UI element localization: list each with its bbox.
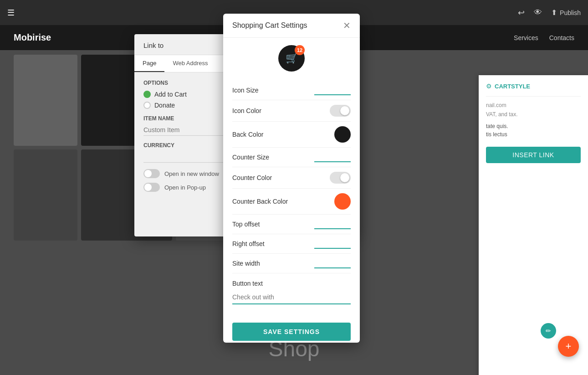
cart-dialog-body: 🛒 12 Icon Size 30 Icon Color Back Color …	[223, 38, 360, 313]
site-width-label: Site width	[232, 260, 260, 267]
back-color-swatch[interactable]	[334, 126, 351, 143]
open-popup-label: Open in Pop-up	[164, 184, 206, 191]
back-color-label: Back Color	[232, 131, 263, 138]
add-to-cart-label: Add to Cart	[154, 91, 187, 98]
radio-dot-donate	[143, 102, 151, 109]
cart-icon: 🛒	[286, 52, 298, 64]
cart-badge: 12	[295, 45, 305, 55]
counter-size-row: Counter Size 12	[232, 148, 351, 167]
hamburger-icon[interactable]: ☰	[7, 8, 15, 18]
counter-back-color-label: Counter Back Color	[232, 198, 288, 205]
right-offset-label: Right offset	[232, 240, 265, 247]
icon-size-label: Icon Size	[232, 87, 259, 94]
counter-back-color-swatch[interactable]	[334, 193, 351, 210]
counter-size-input[interactable]: 12	[314, 152, 351, 162]
eye-icon[interactable]: 👁	[534, 8, 542, 17]
vat-text: VAT, and tax.	[486, 111, 581, 118]
cart-settings-dialog: Shopping Cart Settings ✕ 🛒 12 Icon Size …	[223, 14, 360, 343]
top-offset-label: Top offset	[232, 221, 260, 228]
button-text-section: Button text	[232, 280, 351, 304]
cart-icon-wrapper: 🛒 12	[278, 45, 305, 72]
top-offset-row: Top offset 120	[232, 215, 351, 234]
site-width-input[interactable]: 1150	[314, 258, 351, 268]
open-popup-toggle[interactable]	[143, 183, 160, 192]
icon-color-row: Icon Color	[232, 100, 351, 122]
site-width-row: Site width 1150	[232, 254, 351, 273]
fab-plus-icon: +	[566, 340, 572, 352]
upload-icon: ⬆	[551, 8, 557, 17]
open-new-window-label: Open in new window	[164, 170, 219, 177]
back-color-row: Back Color	[232, 122, 351, 148]
open-new-window-toggle[interactable]	[143, 169, 160, 178]
publish-button[interactable]: ⬆ Publish	[551, 8, 581, 17]
counter-size-label: Counter Size	[232, 154, 269, 161]
counter-back-color-row: Counter Back Color	[232, 189, 351, 215]
undo-icon[interactable]: ↩	[518, 8, 525, 18]
cart-dialog-close-button[interactable]: ✕	[343, 21, 351, 30]
cart-dialog-header: Shopping Cart Settings ✕	[223, 14, 360, 38]
top-bar-left: ☰	[7, 8, 15, 18]
fab-add-button[interactable]: +	[558, 336, 579, 357]
text2: tis lectus	[486, 131, 581, 138]
button-text-label: Button text	[232, 280, 351, 287]
icon-color-label: Icon Color	[232, 107, 261, 114]
button-text-input[interactable]	[232, 291, 351, 304]
top-bar-right: ↩ 👁 ⬆ Publish	[518, 8, 581, 18]
site-logo: Mobirise	[14, 32, 51, 43]
nav-services: Services	[514, 34, 538, 41]
icon-size-row: Icon Size 30	[232, 81, 351, 100]
counter-color-label: Counter Color	[232, 174, 272, 181]
radio-dot-add-to-cart	[143, 91, 151, 98]
right-offset-input[interactable]: 20	[314, 239, 351, 249]
right-panel: ⚙ CARTSTYLE nail.com VAT, and tax. tate …	[479, 75, 588, 375]
right-offset-row: Right offset 20	[232, 234, 351, 254]
top-offset-input[interactable]: 120	[314, 219, 351, 229]
icon-color-toggle[interactable]	[330, 105, 351, 117]
text1: tate quis.	[486, 123, 581, 129]
cart-style-label: CARTSTYLE	[495, 83, 530, 90]
nav-contacts: Contacts	[549, 34, 574, 41]
donate-label: Donate	[154, 102, 175, 109]
tab-page[interactable]: Page	[134, 55, 164, 72]
save-settings-button[interactable]: SAVE SETTINGS	[232, 323, 351, 341]
counter-color-row: Counter Color	[232, 167, 351, 189]
counter-color-toggle[interactable]	[330, 172, 351, 184]
tab-web-address[interactable]: Web Address	[164, 55, 216, 72]
insert-link-button[interactable]: INSERT LINK	[486, 147, 581, 163]
email-partial: nail.com	[486, 102, 581, 108]
cart-dialog-title-text: Shopping Cart Settings	[232, 21, 307, 30]
publish-label: Publish	[560, 9, 581, 16]
header-nav: Services Contacts	[514, 34, 574, 41]
icon-size-input[interactable]: 30	[314, 85, 351, 95]
edit-pencil-button[interactable]: ✏	[541, 323, 556, 339]
